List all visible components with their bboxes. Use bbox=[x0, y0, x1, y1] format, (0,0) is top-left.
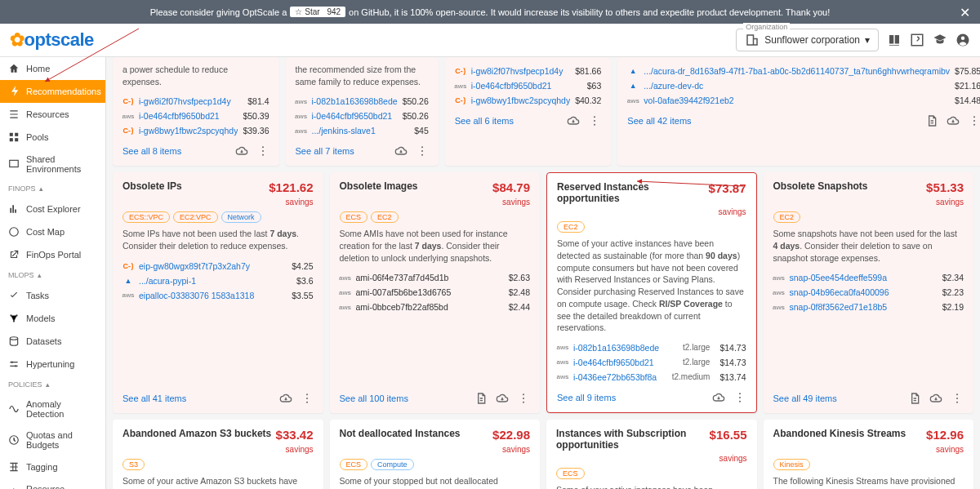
resource-link[interactable]: i-gw8i2f07hvsfpecp1d4y bbox=[139, 96, 243, 106]
resource-link[interactable]: snap-04b96eca0fa400096 bbox=[790, 287, 938, 297]
resource-link[interactable]: ami-06f4e737af7d45d1b bbox=[356, 273, 504, 282]
nav-home[interactable]: Home bbox=[0, 57, 105, 80]
cloud-download-icon[interactable] bbox=[712, 391, 725, 404]
see-all-link[interactable]: See all 7 items bbox=[296, 146, 354, 156]
resource-link[interactable]: i-gw8i2f07hvsfpecp1d4y bbox=[471, 66, 570, 76]
nav-shared-env[interactable]: Shared Environments bbox=[0, 149, 105, 180]
more-icon[interactable] bbox=[968, 114, 980, 127]
resource-row[interactable]: C‑ )i-gw8i2f07hvsfpecp1d4y$81.4 bbox=[122, 94, 270, 109]
resource-row[interactable]: C‑ )eip-gw80wgx89t7t7p3x2ah7y$4.25 bbox=[122, 259, 314, 273]
more-icon[interactable] bbox=[256, 144, 270, 158]
logo[interactable]: ✿optscale bbox=[10, 29, 94, 51]
resource-row[interactable]: awsi-082b1a163698b8edet2.large$14.73 bbox=[557, 340, 746, 355]
more-icon[interactable] bbox=[951, 392, 964, 405]
resource-row[interactable]: awssnap-04b96eca0fa400096$2.23 bbox=[773, 285, 964, 300]
book-icon[interactable] bbox=[887, 33, 902, 47]
cloud-download-icon[interactable] bbox=[279, 392, 292, 405]
resource-link[interactable]: i-082b1a163698b8ede bbox=[312, 96, 398, 106]
cloud-download-icon[interactable] bbox=[394, 144, 408, 158]
resource-link[interactable]: eipalloc-03383076 1583a1318 bbox=[139, 291, 287, 300]
resource-link[interactable]: .../acura-dr_8d163af9-47f1-7ba1-ab0c-5b2… bbox=[644, 66, 950, 76]
nav-tagging[interactable]: Tagging bbox=[0, 456, 105, 478]
see-all-link[interactable]: See all 49 items bbox=[773, 393, 837, 403]
user-icon[interactable] bbox=[956, 33, 970, 47]
organization-selector[interactable]: Organization Sunflower corporation ▾ bbox=[736, 29, 879, 51]
resource-row[interactable]: awsami-0bbceb7fb22af85bd$2.44 bbox=[340, 300, 531, 314]
resource-link[interactable]: eip-gw80wgx89t7t7p3x2ah7y bbox=[139, 261, 287, 271]
resource-link[interactable]: i-0e464cfbf9650bd21 bbox=[139, 111, 238, 121]
resource-link[interactable]: snap-05ee454deeffe599a bbox=[790, 273, 938, 282]
resource-row[interactable]: ▲.../acura-pypi-1$3.6 bbox=[122, 273, 314, 288]
nav-lifecycle[interactable]: Resource Lifecycle bbox=[0, 478, 105, 489]
resource-row[interactable]: awsi-0e464cfbf9650bd21$50.39 bbox=[122, 109, 270, 123]
cloud-download-icon[interactable] bbox=[929, 392, 942, 405]
resource-row[interactable]: awsi-0e464cfbf9650bd21$63 bbox=[455, 78, 602, 93]
cloud-download-icon[interactable] bbox=[947, 114, 960, 127]
nav-finops-portal[interactable]: FinOps Portal bbox=[0, 243, 105, 266]
more-icon[interactable] bbox=[733, 391, 746, 404]
resource-row[interactable]: C‑ )i-gw8bwy1fbwc2spcyqhdy$40.32 bbox=[455, 93, 602, 108]
nav-anomaly[interactable]: Anomaly Detection bbox=[0, 393, 105, 425]
resource-row[interactable]: awsami-06f4e737af7d45d1b$2.63 bbox=[340, 270, 531, 285]
see-all-link[interactable]: See all 8 items bbox=[122, 146, 181, 156]
section-mlops[interactable]: MLOPS ▴ bbox=[0, 266, 105, 284]
nav-models[interactable]: Models bbox=[0, 307, 105, 330]
resource-link[interactable]: vol-0afae39442f921eb2 bbox=[644, 96, 950, 105]
resource-row[interactable]: awssnap-0f8f3562ed71e18b5$2.19 bbox=[773, 300, 964, 314]
resource-row[interactable]: awssnap-05ee454deeffe599a$2.34 bbox=[773, 270, 964, 285]
graduation-icon[interactable] bbox=[933, 33, 947, 47]
resource-row[interactable]: ▲.../acura-dr_8d163af9-47f1-7ba1-ab0c-5b… bbox=[627, 64, 980, 78]
nav-recommendations[interactable]: Recommendations bbox=[0, 80, 105, 103]
resource-row[interactable]: awsvol-0afae39442f921eb2$14.48 bbox=[627, 93, 980, 108]
cloud-download-icon[interactable] bbox=[567, 114, 580, 127]
more-icon[interactable] bbox=[301, 392, 314, 405]
cloud-download-icon[interactable] bbox=[235, 144, 248, 158]
more-icon[interactable] bbox=[517, 392, 530, 405]
resource-link[interactable]: i-gw8bwy1fbwc2spcyqhdy bbox=[139, 126, 238, 136]
resource-row[interactable]: awsi-0436ee72bb653bf8at2.medium$13.74 bbox=[557, 370, 746, 385]
script-icon[interactable] bbox=[474, 392, 488, 405]
resource-link[interactable]: i-0e464cfbf9650bd21 bbox=[471, 81, 582, 91]
nav-datasets[interactable]: Datasets bbox=[0, 330, 105, 353]
cloud-download-icon[interactable] bbox=[496, 392, 509, 405]
section-finops[interactable]: FINOPS ▴ bbox=[0, 180, 105, 198]
nav-tasks[interactable]: Tasks bbox=[0, 284, 105, 307]
resource-link[interactable]: i-gw8bwy1fbwc2spcyqhdy bbox=[471, 96, 570, 105]
see-all-link[interactable]: See all 9 items bbox=[557, 393, 616, 402]
resource-row[interactable]: C‑ )i-gw8i2f07hvsfpecp1d4y$81.66 bbox=[455, 64, 602, 78]
see-all-link[interactable]: See all 100 items bbox=[340, 393, 408, 403]
resource-link[interactable]: .../jenkins-slave1 bbox=[312, 126, 410, 136]
nav-cost-map[interactable]: Cost Map bbox=[0, 220, 105, 243]
resource-row[interactable]: C‑ )i-gw8bwy1fbwc2spcyqhdy$39.36 bbox=[122, 123, 270, 138]
github-star-button[interactable]: ☆ Star 942 bbox=[290, 7, 345, 17]
more-icon[interactable] bbox=[588, 114, 601, 127]
nav-hypertuning[interactable]: Hypertuning bbox=[0, 353, 105, 376]
resource-row[interactable]: awsi-082b1a163698b8ede$50.26 bbox=[296, 94, 429, 109]
resource-row[interactable]: awseipalloc-03383076 1583a1318$3.55 bbox=[122, 288, 314, 303]
resource-row[interactable]: awsi-0e464cfbf9650bd21$50.26 bbox=[296, 109, 429, 123]
see-all-link[interactable]: See all 42 items bbox=[627, 116, 691, 126]
resource-link[interactable]: i-0e464cfbf9650bd21 bbox=[312, 111, 398, 121]
resource-row[interactable]: awsami-007af5b6be13d6765$2.48 bbox=[340, 285, 531, 300]
resource-link[interactable]: ami-0bbceb7fb22af85bd bbox=[356, 302, 504, 312]
script-icon[interactable] bbox=[908, 392, 921, 405]
resource-row[interactable]: awsi-0e464cfbf9650bd21t2.large$14.73 bbox=[557, 355, 746, 370]
nav-cost-explorer[interactable]: Cost Explorer bbox=[0, 198, 105, 220]
more-icon[interactable] bbox=[416, 144, 429, 158]
section-policies[interactable]: POLICIES ▴ bbox=[0, 376, 105, 393]
script-icon[interactable] bbox=[925, 114, 938, 127]
resource-link[interactable]: .../azure-dev-dc bbox=[644, 81, 950, 91]
close-icon[interactable]: ✕ bbox=[960, 5, 970, 20]
resource-link[interactable]: i-0436ee72bb653bf8a bbox=[573, 372, 667, 382]
nav-resources[interactable]: Resources bbox=[0, 103, 105, 126]
resource-link[interactable]: ami-007af5b6be13d6765 bbox=[356, 287, 504, 297]
resource-link[interactable]: .../acura-pypi-1 bbox=[139, 276, 292, 286]
resource-link[interactable]: i-0e464cfbf9650bd21 bbox=[573, 358, 678, 367]
resource-row[interactable]: ▲.../azure-dev-dc$21.16 bbox=[627, 78, 980, 93]
help-icon[interactable] bbox=[910, 33, 924, 47]
resource-row[interactable]: aws.../jenkins-slave1$45 bbox=[296, 123, 429, 138]
nav-pools[interactable]: Pools bbox=[0, 126, 105, 149]
see-all-link[interactable]: See all 41 items bbox=[122, 393, 186, 403]
resource-link[interactable]: snap-0f8f3562ed71e18b5 bbox=[790, 302, 938, 312]
see-all-link[interactable]: See all 6 items bbox=[455, 116, 514, 126]
